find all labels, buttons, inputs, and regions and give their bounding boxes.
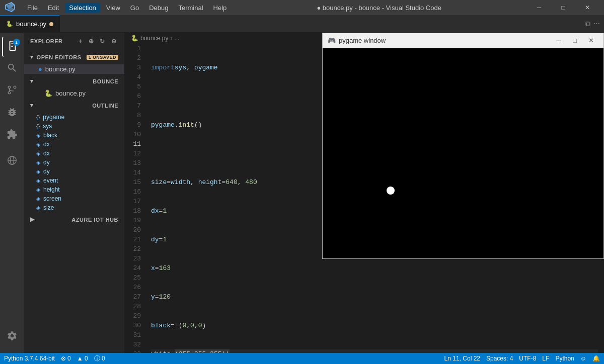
- outline-var-icon-dy2: ◈: [36, 168, 40, 175]
- open-editors-label: OPEN EDITORS: [37, 54, 82, 60]
- bounce-py-filename: bounce.py: [55, 89, 86, 97]
- outline-item-label-black: black: [43, 132, 57, 139]
- close-button[interactable]: ✕: [576, 0, 599, 15]
- tab-bounce-py[interactable]: 🐍 bounce.py: [0, 15, 60, 33]
- bounce-folder-header[interactable]: ▾ BOUNCE: [24, 74, 124, 88]
- sidebar: EXPLORER + ⊕ ↻ ⊖ ▾ OPEN EDITORS 1 UNSAVE…: [24, 33, 125, 353]
- settings-icon: [7, 330, 18, 344]
- extensions-activity-icon[interactable]: [2, 125, 22, 145]
- code-line-9: y = 120: [151, 292, 598, 302]
- outline-item-dx2[interactable]: ◈ dx: [24, 149, 124, 158]
- app-logo: [5, 2, 15, 14]
- info-count[interactable]: ⓘ 0: [94, 354, 105, 363]
- more-actions-icon[interactable]: ···: [593, 19, 600, 28]
- python-version[interactable]: Python 3.7.4 64-bit: [4, 355, 55, 362]
- outline-item-label-sys: sys: [43, 123, 52, 130]
- unsaved-badge: 1 UNSAVED: [87, 55, 118, 60]
- outline-item-label-size: size: [43, 204, 54, 211]
- python-file-icon: 🐍: [6, 21, 13, 27]
- svg-point-4: [8, 92, 11, 94]
- menu-edit[interactable]: Edit: [44, 3, 63, 13]
- open-editors-collapse-icon: ▾: [30, 54, 34, 60]
- bouncing-ball: [387, 187, 395, 195]
- explorer-actions: + ⊕ ↻ ⊖: [77, 37, 118, 46]
- window-controls: ─ □ ✕: [527, 0, 599, 15]
- remote-activity-icon[interactable]: [2, 151, 22, 171]
- outline-label: OUTLINE: [92, 103, 118, 109]
- outline-item-dy1[interactable]: ◈ dy: [24, 158, 124, 167]
- breadcrumb-file-icon: 🐍: [131, 35, 138, 42]
- pygame-icon: 🎮: [328, 37, 336, 44]
- status-bar-right: Ln 11, Col 22 Spaces: 4 UTF-8 LF Python …: [444, 355, 600, 362]
- language-mode[interactable]: Python: [555, 355, 574, 362]
- source-control-activity-icon[interactable]: [2, 81, 22, 101]
- outline-var-icon: ◈: [36, 132, 40, 139]
- menu-view[interactable]: View: [102, 3, 124, 13]
- pygame-minimize-button[interactable]: ─: [551, 36, 566, 46]
- line-ending[interactable]: LF: [542, 355, 549, 362]
- outline-item-height[interactable]: ◈ height: [24, 185, 124, 194]
- svg-rect-2: [11, 46, 13, 46]
- new-folder-button[interactable]: ⊕: [87, 37, 96, 46]
- split-editor-icon[interactable]: ⧉: [585, 20, 590, 28]
- outline-item-label-height: height: [43, 186, 60, 193]
- cursor-position[interactable]: Ln 11, Col 22: [444, 355, 480, 362]
- pygame-window-controls: ─ □ ✕: [551, 36, 598, 46]
- outline-item-sys[interactable]: {} sys: [24, 122, 124, 131]
- pygame-window[interactable]: 🎮 pygame window ─ □ ✕: [322, 33, 604, 259]
- search-activity-icon[interactable]: [2, 59, 22, 79]
- outline-item-pygame[interactable]: {} pygame: [24, 113, 124, 122]
- menu-debug[interactable]: Debug: [145, 3, 172, 13]
- bounce-folder-collapse-icon: ▾: [30, 78, 34, 84]
- title-bar-left: File Edit Selection View Go Debug Termin…: [5, 2, 231, 14]
- menu-file[interactable]: File: [23, 3, 42, 13]
- encoding[interactable]: UTF-8: [519, 355, 536, 362]
- indentation[interactable]: Spaces: 4: [486, 355, 513, 362]
- warning-count[interactable]: ▲ 0: [77, 355, 88, 362]
- error-count[interactable]: ⊗ 0: [61, 355, 71, 362]
- explorer-activity-icon[interactable]: 1: [2, 37, 22, 57]
- new-file-button[interactable]: +: [77, 37, 85, 46]
- azure-iot-header[interactable]: ▶ AZURE IOT HUB: [24, 212, 124, 227]
- outline-item-dy2[interactable]: ◈ dy: [24, 167, 124, 176]
- outline-item-size[interactable]: ◈ size: [24, 203, 124, 212]
- extensions-icon: [7, 129, 18, 142]
- outline-header[interactable]: ▾ OUTLINE: [24, 98, 124, 113]
- menu-terminal[interactable]: Terminal: [174, 3, 207, 13]
- maximize-button[interactable]: □: [552, 0, 575, 15]
- settings-activity-icon[interactable]: [2, 329, 22, 349]
- outline-item-label-dy1: dy: [43, 159, 50, 166]
- activity-bar: 1: [0, 33, 24, 353]
- outline-item-dx1[interactable]: ◈ dx: [24, 140, 124, 149]
- pygame-close-button[interactable]: ✕: [583, 36, 598, 46]
- explorer-title: EXPLORER: [30, 38, 63, 44]
- open-editor-bounce-py[interactable]: ● bounce.py: [24, 64, 124, 74]
- tab-label: bounce.py: [16, 20, 46, 28]
- outline-item-screen[interactable]: ◈ screen: [24, 194, 124, 203]
- pygame-title-bar: 🎮 pygame window ─ □ ✕: [323, 33, 603, 48]
- outline-var-icon-height: ◈: [36, 187, 40, 193]
- pygame-canvas: [323, 48, 603, 258]
- tab-bar: 🐍 bounce.py ⧉ ···: [0, 15, 604, 33]
- line-numbers: 12345 678910 1112131415 1617181920 21222…: [125, 44, 145, 353]
- open-editor-filename: bounce.py: [45, 65, 76, 73]
- menu-go[interactable]: Go: [126, 3, 143, 13]
- open-editors-header[interactable]: ▾ OPEN EDITORS 1 UNSAVED: [24, 50, 124, 64]
- minimize-button[interactable]: ─: [527, 0, 551, 15]
- svg-rect-1: [11, 45, 14, 45]
- collapse-all-button[interactable]: ⊖: [109, 37, 119, 46]
- outline-item-label-dx2: dx: [43, 150, 50, 157]
- outline-item-event[interactable]: ◈ event: [24, 176, 124, 185]
- outline-item-black[interactable]: ◈ black: [24, 131, 124, 140]
- menu-selection[interactable]: Selection: [65, 3, 100, 13]
- window-title: ● bounce.py - bounce - Visual Studio Cod…: [231, 4, 527, 12]
- bounce-py-file[interactable]: 🐍 bounce.py: [24, 88, 124, 98]
- menu-help[interactable]: Help: [209, 3, 231, 13]
- refresh-button[interactable]: ↻: [98, 37, 107, 46]
- pygame-maximize-button[interactable]: □: [567, 36, 582, 46]
- bell-icon[interactable]: 🔔: [592, 355, 600, 362]
- debug-activity-icon[interactable]: [2, 103, 22, 123]
- activity-badge: 1: [13, 39, 20, 46]
- smiley-icon[interactable]: ☺: [580, 355, 586, 362]
- editor-container: 🐍 bounce.py › ... 12345 678910 111213141…: [125, 33, 604, 353]
